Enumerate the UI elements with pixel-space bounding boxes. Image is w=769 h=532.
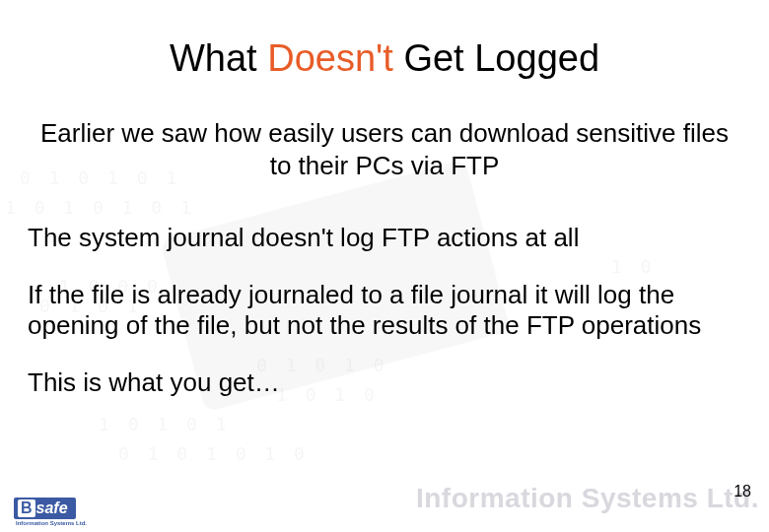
page-number: 18	[734, 483, 751, 500]
title-accent: Doesn't	[267, 37, 393, 79]
title-suffix: Get Logged	[393, 37, 599, 79]
bsafe-logo: B safe Information Systems Ltd.	[14, 498, 87, 526]
body-paragraph: If the file is already journaled to a fi…	[28, 280, 741, 342]
slide-content: What Doesn't Get Logged Earlier we saw h…	[0, 0, 769, 444]
watermark-company-text: Information Systems Ltd.	[416, 483, 759, 514]
binary-decoration: 0 1 0 1 0 1 0	[118, 443, 309, 464]
title-prefix: What	[170, 37, 267, 79]
logo-b-letter: B	[18, 499, 35, 517]
logo-safe-text: safe	[36, 499, 68, 517]
body-paragraph: This is what you get…	[28, 367, 741, 399]
slide-title: What Doesn't Get Logged	[28, 37, 741, 80]
logo-subtitle: Information Systems Ltd.	[16, 520, 87, 526]
intro-paragraph: Earlier we saw how easily users can down…	[28, 117, 741, 181]
body-paragraph: The system journal doesn't log FTP actio…	[28, 223, 741, 254]
